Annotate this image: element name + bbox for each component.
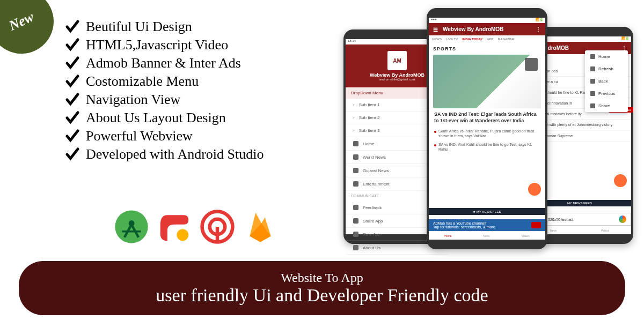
star-icon [353, 232, 358, 237]
features-list: Beutiful Ui Design HTML5,Javascript Vide… [64, 19, 264, 165]
home-icon [353, 141, 358, 146]
svg-rect-5 [216, 227, 219, 242]
nav-news[interactable]: News [550, 229, 557, 232]
article-headline[interactable]: SA vs IND 2nd Test: Elgar leads South Af… [429, 108, 545, 127]
feature-text: Developed with Android Studio [86, 146, 264, 162]
svg-point-2 [177, 229, 188, 241]
feature-item: Navigation View [64, 92, 264, 108]
tab-bar: NEWS LIVE TV INDIA TODAY APP MAGAZINE [429, 35, 545, 43]
article-bullet[interactable]: South Africa vs India: Rahane, Pujara ca… [429, 127, 545, 140]
feedback-icon [353, 205, 358, 210]
my-news-feed-bar[interactable]: ★ MY NEWS FEED [429, 208, 545, 215]
top-news-badge [525, 58, 538, 71]
check-icon [64, 128, 80, 144]
check-icon [64, 37, 80, 53]
banner-line2: user friendly Ui and Developer Friendly … [40, 285, 604, 306]
bottom-banner: Website To App user friendly Ui and Deve… [19, 261, 625, 315]
refresh-icon [590, 66, 595, 71]
fab-button[interactable] [614, 174, 627, 187]
back-icon [590, 79, 595, 84]
feature-text: Navigation View [86, 92, 180, 108]
article-image[interactable] [433, 55, 541, 108]
ad-line2: Tap for tutorials, screencasts, & more. [433, 225, 496, 229]
feature-item: Developed with Android Studio [64, 146, 264, 162]
feature-item: Costomizable Menu [64, 73, 264, 90]
new-badge-text: New [6, 9, 36, 34]
news-icon [353, 168, 358, 173]
tab-mag[interactable]: MAGAZINE [497, 38, 514, 41]
feature-text: Admob Banner & Inter Ads [86, 55, 241, 71]
tab-logo[interactable]: INDIA TODAY [462, 38, 482, 41]
context-menu: Home Refresh Back Previous Share [585, 50, 628, 112]
hamburger-icon[interactable]: ☰ [433, 27, 440, 32]
overflow-icon[interactable]: ⋮ [536, 26, 541, 32]
feature-item: Admob Banner & Inter Ads [64, 55, 264, 71]
ad-line1: AdMob has a YouTube channel! [433, 221, 496, 225]
info-icon [353, 245, 358, 250]
check-icon [64, 146, 80, 162]
feature-text: Costomizable Menu [86, 73, 199, 90]
nav-home[interactable]: Home [444, 234, 451, 237]
android-studio-icon [113, 208, 150, 246]
nav-videos[interactable]: Videos [521, 234, 529, 237]
app-bar: ☰ Webview By AndroMOB ⋮ [429, 23, 545, 35]
status-bar: ●●●📶🔋 [429, 18, 545, 23]
ctx-previous[interactable]: Previous [585, 87, 628, 100]
onesignal-icon [199, 208, 236, 246]
feature-item: About Us Layout Design [64, 110, 264, 126]
ctx-back[interactable]: Back [585, 75, 628, 87]
phone-main-mockup: ●●●📶🔋 ☰ Webview By AndroMOB ⋮ NEWS LIVE … [427, 8, 547, 249]
article-bullet[interactable]: SA vs IND: Virat Kohli should be fine to… [429, 140, 545, 153]
section-title: SPORTS [429, 43, 545, 55]
banner-line1: Website To App [40, 271, 604, 285]
share-icon [353, 218, 358, 224]
phone-mockups: 18:14📶🔋 AM Webview By AndroMOB andromobi… [343, 8, 633, 260]
check-icon [64, 92, 80, 108]
globe-icon [353, 154, 358, 160]
feature-item: Beutiful Ui Design [64, 19, 264, 35]
fab-button[interactable] [528, 183, 541, 196]
feature-item: HTML5,Javascript Video [64, 37, 264, 53]
app-title: Webview By AndroMOB [443, 26, 503, 32]
drawer-logo: AM [387, 51, 407, 70]
ctx-home[interactable]: Home [585, 50, 628, 63]
home-icon [590, 54, 595, 59]
previous-icon [590, 91, 595, 96]
bottom-nav: Home News Videos [429, 231, 545, 240]
ctx-share[interactable]: Share [585, 100, 628, 112]
feature-item: Powerful Webview [64, 128, 264, 144]
firebase-icon [241, 208, 279, 246]
tab-livetv[interactable]: LIVE TV [446, 38, 458, 41]
new-badge: New [0, 0, 64, 64]
check-icon [64, 55, 80, 71]
admob-icon [156, 208, 193, 246]
film-icon [353, 181, 358, 187]
ad-logo-icon [619, 215, 626, 223]
feature-text: About Us Layout Design [86, 110, 226, 126]
feature-text: Powerful Webview [86, 128, 193, 144]
youtube-icon [531, 222, 541, 228]
check-icon [64, 73, 80, 90]
tech-icons-row [113, 208, 279, 246]
nav-news[interactable]: News [483, 234, 490, 237]
check-icon [64, 110, 80, 126]
share-icon [590, 103, 595, 108]
nav-videos[interactable]: Videos [601, 229, 609, 232]
check-icon [64, 19, 80, 35]
admob-banner[interactable]: AdMob has a YouTube channel! Tap for tut… [429, 219, 545, 231]
feature-text: HTML5,Javascript Video [86, 37, 228, 53]
feature-text: Beutiful Ui Design [86, 19, 192, 35]
tab-app[interactable]: APP [487, 38, 493, 41]
tab-news[interactable]: NEWS [432, 38, 442, 41]
ctx-refresh[interactable]: Refresh [585, 63, 628, 75]
